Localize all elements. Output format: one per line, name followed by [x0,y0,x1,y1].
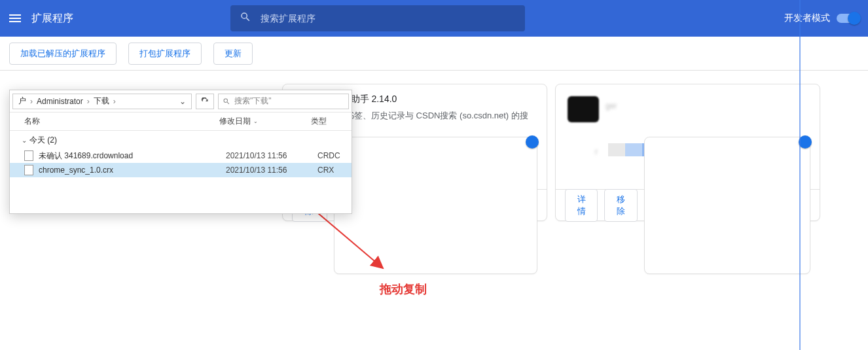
sort-indicator-icon: ⌄ [253,118,258,124]
breadcrumb[interactable]: 户›Administrator›下载›⌄ [12,94,192,109]
file-icon [24,150,33,161]
file-name: chrome_sync_1.0.crx [39,166,226,175]
group-label: 今天 (2) [29,135,57,146]
file-date: 2021/10/13 11:56 [226,151,317,160]
load-unpacked-button[interactable]: 加载已解压的扩展程序 [9,43,117,65]
vertical-line-artifact [799,0,801,350]
page-title: 扩展程序 [31,12,73,26]
details-button[interactable]: 详情 [565,189,598,222]
column-modified[interactable]: 修改日期 ⌄ [219,116,311,127]
menu-icon[interactable] [9,14,21,22]
dev-mode-toggle-group: 开发者模式 [784,12,859,24]
dev-toolbar: 加载已解压的扩展程序 打包扩展程序 更新 [0,37,868,71]
crumb-segment[interactable]: Administrator [37,97,83,106]
file-icon [24,165,33,175]
chevron-right-icon: › [30,97,33,106]
extension-icon [568,96,599,122]
search-input[interactable] [261,13,516,24]
dev-mode-toggle[interactable] [837,14,859,23]
column-modified-label: 修改日期 [219,116,251,127]
file-list: 未确认 341689.crdownload2021/10/13 11:56CRD… [10,149,352,177]
chevron-down-icon[interactable]: ⌄ [179,97,186,106]
column-type[interactable]: 类型 [311,116,352,127]
group-header[interactable]: ⌄ 今天 (2) [10,131,352,149]
search-field[interactable] [230,5,525,31]
color-swatch [608,143,625,156]
annotation-text: 拖动复制 [380,281,427,297]
file-type: CRDC [317,151,352,160]
enable-toggle[interactable] [334,137,537,274]
chevron-right-icon: › [87,97,90,106]
extension-card-meta: ger r fo 详情 移除 [555,84,820,221]
column-name[interactable]: 名称 [10,116,219,127]
column-headers: 名称 修改日期 ⌄ 类型 [10,113,352,131]
file-name: 未确认 341689.crdownload [39,150,226,162]
card-footer: 详情 移除 [556,189,820,220]
chevron-down-icon: ⌄ [22,137,27,144]
explorer-toolbar: 户›Administrator›下载›⌄ 搜索"下载" [10,90,352,113]
blurred-text: ger [606,101,617,111]
remove-button[interactable]: 移除 [604,189,637,222]
search-icon [240,11,251,26]
file-type: CRX [317,166,352,175]
pack-extension-button[interactable]: 打包扩展程序 [128,43,202,65]
crumb-segment[interactable]: 户 [18,96,26,107]
enable-toggle[interactable] [644,137,810,274]
dev-mode-label: 开发者模式 [784,12,830,24]
update-button[interactable]: 更新 [213,43,253,65]
crumb-segment[interactable]: 下载 [94,96,109,107]
explorer-search[interactable]: 搜索"下载" [218,94,349,109]
file-date: 2021/10/13 11:56 [226,166,317,175]
file-explorer-window[interactable]: 户›Administrator›下载›⌄ 搜索"下载" 名称 修改日期 ⌄ 类型… [9,90,352,214]
refresh-button[interactable] [196,94,214,109]
chevron-right-icon: › [113,97,116,106]
file-row[interactable]: 未确认 341689.crdownload2021/10/13 11:56CRD… [10,149,352,163]
search-placeholder: 搜索"下载" [234,96,272,107]
app-header: 扩展程序 开发者模式 [0,0,868,37]
blurred-text: r [595,147,598,156]
color-swatch [625,143,642,156]
file-row[interactable]: chrome_sync_1.0.crx2021/10/13 11:56CRX [10,163,352,177]
